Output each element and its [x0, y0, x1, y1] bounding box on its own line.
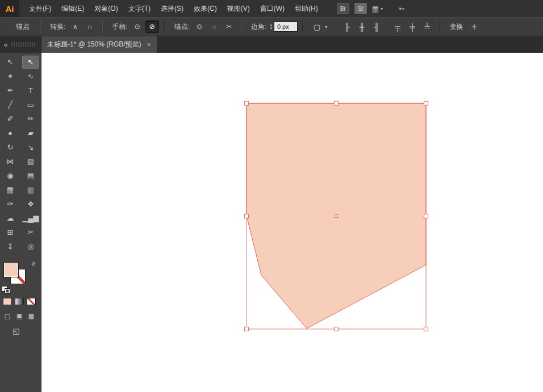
menu-type[interactable]: 文字(T): [123, 0, 156, 17]
remove-anchor-button[interactable]: ⊖: [193, 20, 206, 33]
canvas[interactable]: [41, 53, 543, 392]
tab-title: 未标题-1* @ 150% (RGB/预览): [47, 40, 141, 49]
collapse-panels-icon[interactable]: «: [0, 41, 11, 49]
tab-close-icon[interactable]: ×: [147, 41, 151, 49]
align-top-button[interactable]: ╤: [391, 20, 404, 33]
paintbrush-tool[interactable]: ✐: [0, 112, 20, 126]
menu-edit[interactable]: 编辑(E): [56, 0, 89, 17]
eyedropper-tool[interactable]: ✑: [0, 197, 20, 211]
fill-swatch[interactable]: [3, 262, 19, 277]
workspace-icon: ▦: [372, 5, 379, 13]
pen-tool[interactable]: ✒: [0, 83, 20, 98]
bridge-badge[interactable]: Br: [337, 3, 349, 14]
fill-color-button[interactable]: [3, 298, 12, 305]
convert-to-smooth-button[interactable]: ∩: [83, 20, 97, 33]
scale-tool[interactable]: ↘: [20, 140, 41, 154]
line-segment-tool[interactable]: ╱: [0, 98, 20, 112]
convert-label: 转换:: [50, 22, 65, 32]
none-button[interactable]: [27, 298, 36, 305]
align-bottom-button[interactable]: ╧: [420, 20, 434, 33]
zoom-tool[interactable]: ◎: [20, 239, 41, 254]
magic-wand-tool[interactable]: ✶: [0, 69, 20, 83]
menu-help[interactable]: 帮助(H): [290, 0, 323, 17]
swap-fill-stroke-icon[interactable]: ⇄: [30, 260, 37, 267]
align-left-button[interactable]: ╟: [340, 20, 354, 33]
handle-button-group: ⊙⊘: [130, 20, 160, 33]
hide-handles-button[interactable]: ⊘: [145, 20, 159, 33]
perspective-grid-tool[interactable]: ▤: [20, 168, 41, 183]
blob-brush-tool[interactable]: ●: [0, 126, 20, 140]
stock-badge[interactable]: St: [354, 3, 367, 14]
divider: [241, 20, 242, 33]
menu-object[interactable]: 对象(O): [89, 0, 123, 17]
selection-handle[interactable]: [245, 214, 249, 218]
menu-file[interactable]: 文件(F): [24, 0, 56, 17]
direct-selection-tool[interactable]: ↖: [22, 56, 39, 69]
isolate-selected-object-button[interactable]: ▢ ▾: [310, 23, 327, 31]
tools-panel: ↖↖✶∿✒T╱▭✐✏●▰↻↘⋈▧◉▤▦▥✑❖☁▁▄▆⊞✂↧◎ ⇄ ▢▣▩ ◱: [0, 53, 41, 392]
gradient-tool[interactable]: ▥: [20, 183, 41, 197]
type-tool[interactable]: T: [20, 83, 41, 98]
selection-handle[interactable]: [424, 214, 428, 218]
cut-path-button[interactable]: ✂: [222, 20, 236, 33]
selection-handle[interactable]: [335, 327, 339, 331]
width-tool[interactable]: ⋈: [0, 154, 20, 168]
selection-handle[interactable]: [335, 102, 339, 106]
selection-tool[interactable]: ↖: [0, 55, 20, 69]
chevron-down-icon: ▾: [325, 24, 327, 29]
transform-each-icon[interactable]: ✛: [471, 23, 477, 31]
shape-builder-tool[interactable]: ◉: [0, 168, 20, 183]
toolbar-grip[interactable]: [11, 42, 36, 47]
pencil-tool[interactable]: ✏: [20, 112, 41, 126]
anchor-button-group: ⊖∪✂: [192, 20, 236, 33]
hand-tool[interactable]: ↧: [0, 239, 20, 254]
slice-tool[interactable]: ✂: [20, 225, 41, 239]
workspace-switcher[interactable]: ▦ ▾: [372, 5, 383, 13]
mesh-tool[interactable]: ▦: [0, 183, 20, 197]
gradient-button[interactable]: [15, 298, 24, 305]
selection-handle[interactable]: [424, 102, 428, 106]
draw-inside-mode-icon[interactable]: ▩: [27, 313, 36, 320]
blend-tool[interactable]: ❖: [20, 197, 41, 211]
selection-handle[interactable]: [245, 327, 249, 331]
default-stroke-icon[interactable]: [5, 288, 10, 294]
menu-bar: Ai 文件(F)编辑(E)对象(O)文字(T)选择(S)效果(C)视图(V)窗口…: [0, 0, 543, 17]
lasso-tool[interactable]: ∿: [20, 69, 41, 83]
draw-behind-mode-icon[interactable]: ▣: [15, 313, 24, 320]
convert-button-group: ∧∩: [68, 20, 97, 33]
show-handles-button[interactable]: ⊙: [131, 20, 144, 33]
menu-bar-right: Br St ▦ ▾ ➳: [337, 3, 405, 14]
fill-stroke-swatches: ⇄: [0, 261, 41, 294]
stepper-down-icon[interactable]: ▾: [270, 27, 272, 30]
corner-stepper[interactable]: ▴ ▾: [270, 23, 272, 30]
artboard-tool[interactable]: ⊞: [0, 225, 20, 239]
document-tab[interactable]: 未标题-1* @ 150% (RGB/预览) ×: [41, 36, 157, 53]
menu-view[interactable]: 视图(V): [222, 0, 255, 17]
draw-normal-mode-icon[interactable]: ▢: [3, 313, 12, 320]
free-transform-tool[interactable]: ▧: [20, 154, 41, 168]
divider: [40, 20, 41, 33]
column-graph-tool[interactable]: ▁▄▆: [20, 211, 41, 225]
align-v-center-button[interactable]: ╪: [406, 20, 419, 33]
corner-radius-input[interactable]: 0 px: [274, 22, 298, 32]
align-right-button[interactable]: ╢: [370, 20, 383, 33]
rotate-tool[interactable]: ↻: [0, 140, 20, 154]
menu-select[interactable]: 选择(S): [156, 0, 189, 17]
selection-handle[interactable]: [424, 327, 428, 331]
rectangle-tool[interactable]: ▭: [20, 98, 41, 112]
anchors-label: 锚点:: [174, 22, 190, 32]
artboard[interactable]: [41, 53, 543, 392]
handles-label: 手柄:: [112, 22, 127, 32]
align-h-center-button[interactable]: ╫: [355, 20, 369, 33]
menu-effect[interactable]: 效果(C): [189, 0, 222, 17]
menu-window[interactable]: 窗口(W): [255, 0, 290, 17]
eraser-tool[interactable]: ▰: [20, 126, 41, 140]
symbol-sprayer-tool[interactable]: ☁: [0, 211, 20, 225]
screen-mode-icon[interactable]: ◱: [12, 327, 19, 335]
transform-button[interactable]: 变换: [449, 22, 463, 32]
divider: [164, 20, 165, 33]
connect-anchors-button[interactable]: ∪: [207, 20, 221, 33]
selection-handle[interactable]: [245, 102, 249, 106]
cs-live-icon[interactable]: ➳: [398, 4, 405, 13]
convert-to-corner-button[interactable]: ∧: [68, 20, 82, 33]
